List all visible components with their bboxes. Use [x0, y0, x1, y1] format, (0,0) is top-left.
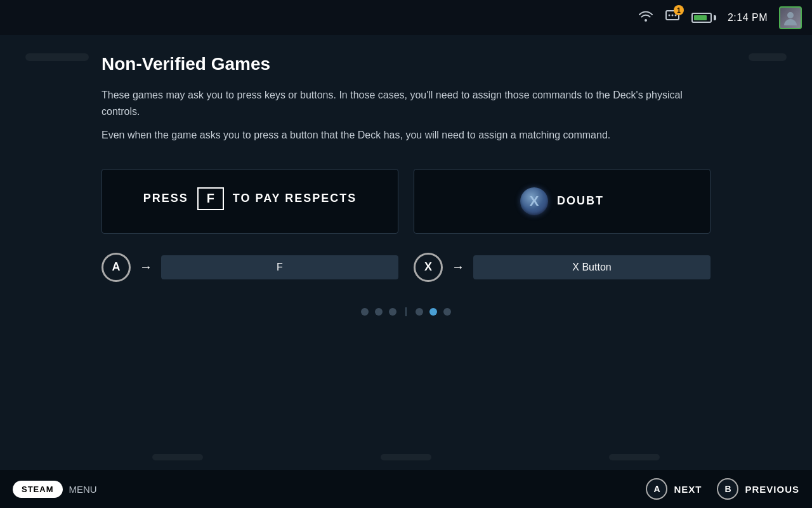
bottom-bar: STEAM MENU A NEXT B PREVIOUS — [0, 470, 812, 508]
cards-row: PRESS F TO PAY RESPECTS X DOUBT — [102, 169, 710, 234]
pagination-divider — [405, 307, 407, 316]
mapping-item-1: A → F — [102, 253, 398, 282]
avatar[interactable] — [779, 6, 802, 29]
next-action[interactable]: A NEXT — [646, 478, 702, 500]
wifi-icon — [638, 10, 653, 25]
svg-point-4 — [787, 12, 794, 18]
x-controller-btn: X — [414, 253, 443, 282]
x-button-icon: X — [520, 187, 548, 215]
f-key-badge: F — [197, 187, 224, 210]
description-text-1: These games may ask you to press keys or… — [102, 87, 710, 119]
time-display: 2:14 PM — [728, 12, 768, 23]
dot-4[interactable] — [416, 308, 423, 316]
arrow-icon-2: → — [452, 260, 464, 274]
a-controller-btn: A — [102, 253, 131, 282]
dot-6[interactable] — [443, 308, 451, 316]
dot-2[interactable] — [375, 308, 383, 316]
page-title: Non-Verified Games — [102, 54, 710, 74]
mapping-item-2: X → X Button — [414, 253, 710, 282]
steam-menu-group: STEAM MENU — [13, 481, 97, 498]
previous-action[interactable]: B PREVIOUS — [717, 478, 799, 500]
previous-label: PREVIOUS — [745, 484, 799, 495]
b-nav-btn: B — [717, 478, 738, 500]
doubt-text: DOUBT — [557, 194, 604, 208]
press-text: PRESS — [143, 192, 188, 205]
x-button-mapping-target[interactable]: X Button — [473, 255, 710, 279]
pay-respects-text: TO PAY RESPECTS — [233, 192, 357, 205]
notification-icon[interactable]: 1 — [665, 9, 680, 26]
svg-point-1 — [668, 15, 670, 17]
dot-1[interactable] — [361, 308, 369, 316]
mapping-row: A → F X → X Button — [102, 253, 710, 282]
press-f-card: PRESS F TO PAY RESPECTS — [102, 169, 398, 234]
steam-button[interactable]: STEAM — [13, 481, 63, 498]
notification-badge: 1 — [674, 5, 684, 15]
doubt-card: X DOUBT — [414, 169, 710, 234]
top-bar: 1 2:14 PM — [0, 0, 812, 35]
pagination — [102, 307, 710, 316]
nav-actions: A NEXT B PREVIOUS — [646, 478, 799, 500]
dot-3[interactable] — [389, 308, 396, 316]
arrow-icon-1: → — [140, 260, 152, 274]
status-icons: 1 2:14 PM — [638, 6, 802, 29]
menu-label: MENU — [69, 484, 97, 495]
card-content-1: PRESS F TO PAY RESPECTS — [102, 170, 398, 228]
card-content-2: X DOUBT — [414, 170, 710, 233]
a-nav-btn: A — [646, 478, 667, 500]
svg-point-2 — [671, 15, 673, 17]
main-content: Non-Verified Games These games may ask y… — [0, 35, 812, 470]
dot-5-active[interactable] — [429, 308, 437, 316]
description-text-2: Even when the game asks you to press a b… — [102, 127, 710, 144]
next-label: NEXT — [674, 484, 702, 495]
battery-icon — [691, 13, 716, 23]
f-mapping-target[interactable]: F — [161, 255, 398, 279]
